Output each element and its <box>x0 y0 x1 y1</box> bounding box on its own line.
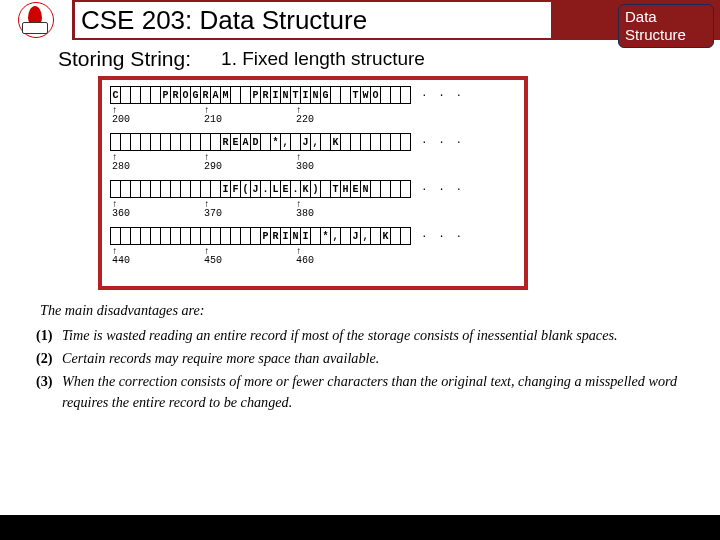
address-label: ↑370 <box>202 202 231 219</box>
memory-cell: I <box>220 181 230 197</box>
memory-cell <box>230 228 240 244</box>
memory-cell <box>120 87 130 103</box>
memory-cell: , <box>310 134 320 150</box>
memory-cell: R <box>260 87 270 103</box>
memory-cell: M <box>220 87 230 103</box>
address-label: ↑360 <box>110 202 139 219</box>
memory-cell: * <box>320 228 330 244</box>
ellipsis: · · · <box>421 230 464 242</box>
memory-cell <box>330 87 340 103</box>
memory-cell: ( <box>240 181 250 197</box>
memory-cell <box>140 134 150 150</box>
course-title: CSE 203: Data Structure <box>75 2 551 38</box>
memory-cell <box>390 181 400 197</box>
ellipsis: · · · <box>421 89 464 101</box>
address-label: ↑450 <box>202 249 231 266</box>
memory-cell: P <box>260 228 270 244</box>
memory-cell: K <box>300 181 310 197</box>
disadvantages-intro: The main disadvantages are: <box>40 300 710 321</box>
memory-cell <box>250 228 260 244</box>
memory-cell: , <box>360 228 370 244</box>
address-label: ↑460 <box>294 249 323 266</box>
memory-cell: I <box>270 87 280 103</box>
memory-cell <box>140 181 150 197</box>
address-label: ↑290 <box>202 155 231 172</box>
address-row: ↑440↑450↑460 <box>110 249 516 266</box>
memory-cell: I <box>300 228 310 244</box>
memory-cell <box>110 181 120 197</box>
memory-cell: N <box>360 181 370 197</box>
memory-cell <box>160 181 170 197</box>
topic-badge: Data Structure <box>618 4 714 48</box>
memory-cell: ) <box>310 181 320 197</box>
memory-diagram: CPROGRAMPRINTINGTWO· · ·↑200↑210↑220READ… <box>98 76 528 290</box>
memory-cell <box>110 134 120 150</box>
memory-cell <box>390 134 400 150</box>
memory-cell <box>220 228 230 244</box>
memory-cell <box>290 134 300 150</box>
memory-cell: K <box>380 228 390 244</box>
memory-cell <box>140 228 150 244</box>
memory-cell <box>150 87 160 103</box>
memory-cell: , <box>330 228 340 244</box>
memory-row: READ*,J,K· · · <box>110 133 516 151</box>
disadvantages-block: The main disadvantages are: Time is wast… <box>10 300 710 415</box>
memory-cell <box>200 228 210 244</box>
badge-line2: Structure <box>625 26 707 44</box>
memory-cell <box>180 181 190 197</box>
memory-cell <box>380 87 390 103</box>
address-label: ↑220 <box>294 108 323 125</box>
memory-cell <box>200 181 210 197</box>
memory-cell: R <box>220 134 230 150</box>
memory-cell: N <box>310 87 320 103</box>
memory-cell: I <box>300 87 310 103</box>
memory-cell: T <box>330 181 340 197</box>
memory-cell <box>190 134 200 150</box>
memory-cell <box>180 134 190 150</box>
memory-cell <box>320 134 330 150</box>
address-label: ↑380 <box>294 202 323 219</box>
memory-cell: C <box>110 87 120 103</box>
memory-cell <box>190 181 200 197</box>
memory-cell <box>390 228 400 244</box>
memory-cell: D <box>250 134 260 150</box>
memory-cell <box>130 181 140 197</box>
memory-cell <box>150 181 160 197</box>
memory-row: IF(J.LE.K)THEN· · · <box>110 180 516 198</box>
memory-cell: E <box>280 181 290 197</box>
memory-cell: O <box>180 87 190 103</box>
memory-cell <box>140 87 150 103</box>
memory-cell <box>150 228 160 244</box>
ellipsis: · · · <box>421 136 464 148</box>
memory-cell: I <box>280 228 290 244</box>
memory-cell: H <box>340 181 350 197</box>
memory-cell: , <box>280 134 290 150</box>
memory-cell: A <box>240 134 250 150</box>
cell-strip: CPROGRAMPRINTINGTWO <box>110 86 411 104</box>
disadvantage-item: When the correction consists of more or … <box>56 371 710 413</box>
address-row: ↑360↑370↑380 <box>110 202 516 219</box>
memory-cell <box>150 134 160 150</box>
memory-cell <box>230 87 240 103</box>
footer-bar <box>0 515 720 540</box>
address-label: ↑300 <box>294 155 323 172</box>
memory-cell: T <box>350 87 360 103</box>
cell-strip: READ*,J,K <box>110 133 411 151</box>
memory-cell <box>120 181 130 197</box>
memory-cell: J <box>250 181 260 197</box>
memory-cell: J <box>300 134 310 150</box>
memory-cell: R <box>200 87 210 103</box>
memory-cell: L <box>270 181 280 197</box>
address-label: ↑440 <box>110 249 139 266</box>
memory-cell <box>400 134 411 150</box>
memory-cell <box>350 134 360 150</box>
disadvantages-list: Time is wasted reading an entire record … <box>10 325 710 413</box>
memory-cell: O <box>370 87 380 103</box>
memory-cell <box>340 134 350 150</box>
address-row: ↑200↑210↑220 <box>110 108 516 125</box>
address-label: ↑210 <box>202 108 231 125</box>
memory-row: PRINI*,J,K· · · <box>110 227 516 245</box>
memory-cell <box>400 228 411 244</box>
slide: CSE 203: Data Structure Data Structure S… <box>0 0 720 540</box>
logo-block <box>0 0 72 40</box>
